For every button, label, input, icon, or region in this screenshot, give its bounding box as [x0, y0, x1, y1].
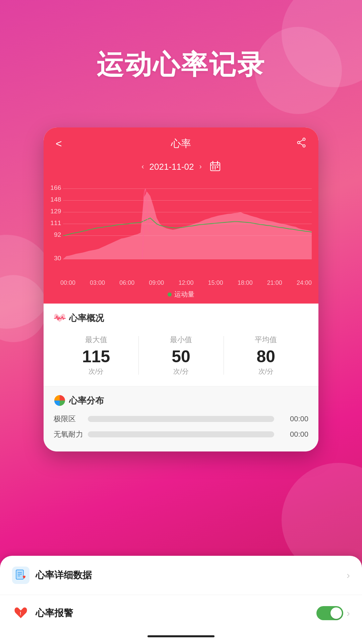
svg-rect-11 — [212, 168, 214, 169]
svg-text:!: ! — [20, 611, 21, 616]
svg-rect-12 — [215, 168, 216, 169]
dist-row-extreme: 极限区 00:00 — [54, 414, 308, 424]
home-bar — [147, 635, 215, 637]
overview-title-text: 心率概况 — [69, 312, 104, 324]
svg-text:111: 111 — [50, 220, 61, 226]
stat-avg-value: 80 — [224, 348, 308, 365]
phone-mockup: < 心率 ‹ 2021-11-02 › — [44, 127, 318, 451]
detail-chevron-icon: › — [347, 570, 350, 581]
svg-rect-10 — [215, 166, 216, 168]
svg-rect-27 — [16, 570, 23, 579]
time-label-0: 00:00 — [60, 279, 75, 286]
dist-label-extreme: 极限区 — [54, 414, 84, 424]
stats-row: 最大值 115 次/分 最小值 50 次/分 平均值 80 次/分 — [54, 331, 308, 379]
stat-max-unit: 次/分 — [54, 367, 138, 376]
svg-line-3 — [300, 140, 303, 142]
toggle-knob — [330, 607, 342, 619]
alert-toggle[interactable] — [316, 606, 343, 620]
stat-min-label: 最小值 — [138, 335, 223, 345]
stat-min-value: 50 — [138, 348, 223, 365]
detail-data-label: 心率详细数据 — [36, 569, 347, 582]
dist-bar-anaerobic-bg — [88, 431, 274, 437]
current-date: 2021-11-02 — [149, 162, 194, 172]
chart-legend: 运动量 — [44, 288, 318, 304]
stat-min: 最小值 50 次/分 — [138, 331, 223, 379]
alert-icon-wrapper: ! — [12, 604, 29, 622]
screen-title: 心率 — [69, 137, 293, 151]
alert-chevron-icon: › — [347, 607, 350, 619]
distribution-title-text: 心率分布 — [69, 395, 104, 407]
stat-avg-label: 平均值 — [224, 335, 308, 345]
next-date-button[interactable]: › — [199, 162, 202, 171]
page-title: 运动心率记录 — [0, 47, 362, 83]
time-label-5: 15:00 — [208, 279, 223, 286]
detail-data-icon — [15, 569, 27, 581]
time-label-7: 21:00 — [267, 279, 282, 286]
chart-time-labels: 00:00 03:00 06:00 09:00 12:00 15:00 18:0… — [44, 278, 318, 288]
heart-rate-chart: 166 148 129 111 92 30 — [44, 179, 318, 278]
svg-text:129: 129 — [50, 208, 61, 215]
legend-label: 运动量 — [174, 290, 194, 299]
svg-point-0 — [303, 138, 305, 141]
dist-time-anaerobic: 00:00 — [278, 430, 308, 439]
calendar-icon[interactable] — [210, 161, 221, 173]
phone-header: < 心率 — [44, 127, 318, 157]
stat-avg: 平均值 80 次/分 — [224, 331, 308, 379]
time-label-8: 24:00 — [297, 279, 312, 286]
overview-section-title: 心率概况 — [54, 312, 308, 324]
stat-min-unit: 次/分 — [138, 367, 223, 376]
time-label-6: 18:00 — [238, 279, 253, 286]
time-label-2: 06:00 — [119, 279, 134, 286]
dist-bar-extreme-bg — [88, 416, 274, 422]
svg-point-2 — [303, 145, 305, 147]
svg-rect-9 — [212, 166, 214, 168]
heart-rate-distribution-section: 心率分布 极限区 00:00 无氧耐力 00:00 — [44, 386, 318, 451]
dist-row-anaerobic: 无氧耐力 00:00 — [54, 429, 308, 439]
svg-text:166: 166 — [50, 184, 61, 191]
dist-time-extreme: 00:00 — [278, 415, 308, 423]
stat-max: 最大值 115 次/分 — [54, 331, 138, 379]
stat-max-value: 115 — [54, 348, 138, 365]
alert-heart-icon: ! — [13, 605, 28, 621]
stat-avg-unit: 次/分 — [224, 367, 308, 376]
bottom-card: 心率详细数据 › ! 心率报警 › — [0, 556, 362, 644]
detail-data-row[interactable]: 心率详细数据 › — [0, 556, 362, 595]
prev-date-button[interactable]: ‹ — [141, 162, 144, 171]
time-label-1: 03:00 — [90, 279, 105, 286]
distribution-section-title: 心率分布 — [54, 394, 308, 407]
time-label-3: 09:00 — [149, 279, 164, 286]
svg-point-1 — [298, 142, 300, 144]
heart-rate-icon — [54, 313, 66, 323]
stat-max-label: 最大值 — [54, 335, 138, 345]
svg-text:92: 92 — [54, 231, 61, 238]
alert-row[interactable]: ! 心率报警 › — [0, 595, 362, 631]
svg-line-4 — [300, 143, 303, 145]
heart-rate-overview-section: 心率概况 最大值 115 次/分 最小值 50 次/分 平均值 80 次/分 — [44, 304, 318, 386]
svg-rect-13 — [217, 166, 218, 168]
svg-text:30: 30 — [54, 255, 61, 262]
detail-icon-wrapper — [12, 567, 29, 584]
svg-text:148: 148 — [50, 196, 61, 203]
distribution-icon — [54, 394, 66, 407]
back-icon[interactable]: < — [56, 138, 69, 150]
legend-dot — [168, 292, 172, 297]
time-label-4: 12:00 — [178, 279, 193, 286]
toggle-wrapper — [316, 606, 343, 620]
share-icon[interactable] — [293, 138, 306, 150]
dist-label-anaerobic: 无氧耐力 — [54, 429, 84, 439]
date-navigation: ‹ 2021-11-02 › — [44, 157, 318, 179]
alert-label: 心率报警 — [36, 607, 316, 620]
